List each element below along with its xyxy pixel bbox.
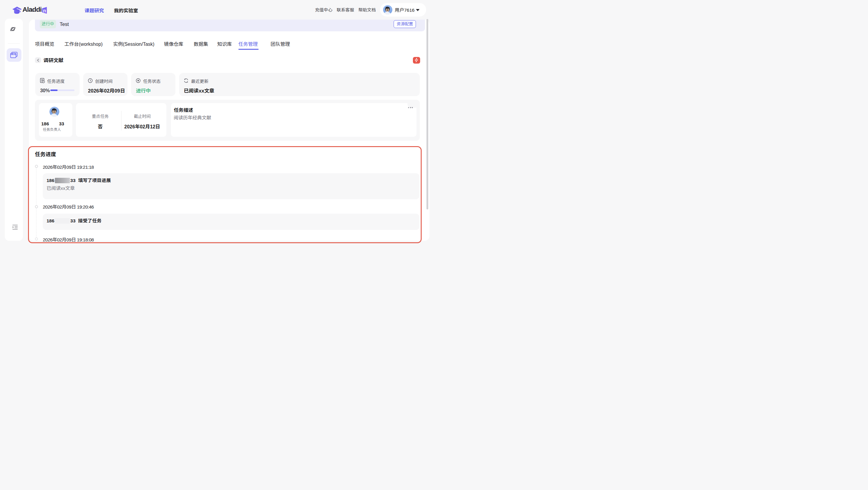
svg-text:n: n [43,8,46,13]
